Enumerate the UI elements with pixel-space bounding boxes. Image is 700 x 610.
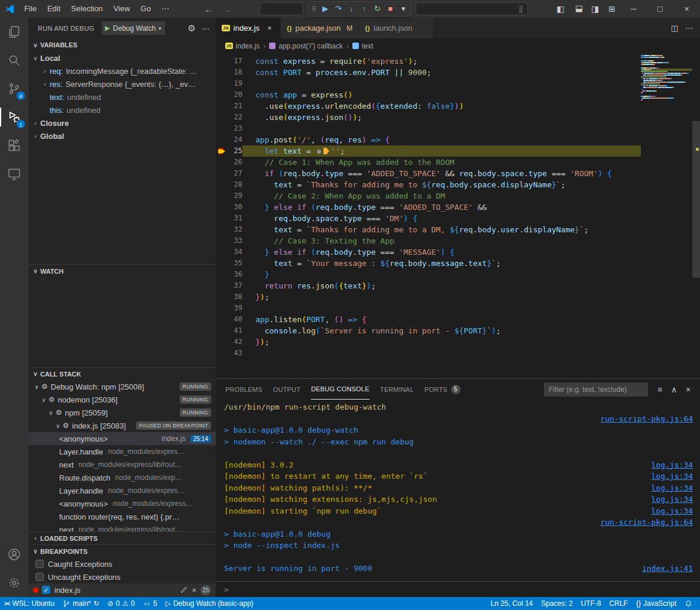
code-text[interactable]: return res.json({text});: [242, 280, 641, 291]
menu-view[interactable]: View: [108, 0, 135, 18]
breakpoint-gutter[interactable]: [216, 336, 226, 348]
cursor-position[interactable]: Ln 25, Col 14: [487, 597, 537, 610]
console-source-link[interactable]: log.js:34: [652, 459, 693, 471]
close-tab-icon[interactable]: ×: [265, 24, 274, 33]
panel-tab-ports[interactable]: PORTS5: [424, 379, 461, 400]
breakpoint-gutter[interactable]: [216, 280, 226, 291]
breakpoint-gutter[interactable]: [216, 179, 226, 190]
breakpoint-gutter[interactable]: [216, 348, 226, 359]
maximize-panel-icon[interactable]: ∧: [667, 385, 681, 394]
code-text[interactable]: const express = require('express');: [242, 56, 641, 67]
call-stack-frame[interactable]: function router(req, res, next) {.pr…: [28, 510, 216, 523]
activity-source-control[interactable]: 4: [0, 74, 28, 103]
maximize-button[interactable]: □: [647, 0, 673, 18]
breakpoint-gutter[interactable]: [216, 224, 226, 235]
call-stack-frame[interactable]: nextnode_modules/express/lib/rout…: [28, 523, 216, 531]
variable-row[interactable]: ›req:IncomingMessage {_readableState: …: [28, 64, 216, 77]
debug-step-out-button[interactable]: ↑: [358, 2, 371, 16]
breadcrumb-item[interactable]: app.post('/') callback: [269, 42, 343, 50]
breadcrumb-item[interactable]: JSindex.js: [225, 42, 260, 50]
variable-row[interactable]: text:undefined: [28, 90, 216, 103]
chevron-down-icon[interactable]: ∨: [32, 384, 41, 390]
console-source-link[interactable]: log.js:34: [652, 494, 693, 505]
scope-row[interactable]: ›Closure: [28, 116, 216, 129]
menu-selection[interactable]: Selection: [66, 0, 108, 18]
loaded-scripts-section-header[interactable]: › LOADED SCRIPTS: [28, 531, 216, 544]
activity-search[interactable]: [0, 46, 28, 74]
tab-package.json[interactable]: {}package.jsonM: [281, 18, 359, 38]
menu-edit[interactable]: Edit: [42, 0, 66, 18]
activity-remote-explorer[interactable]: [0, 160, 28, 188]
breakpoint-gutter[interactable]: [216, 258, 226, 269]
watch-section-header[interactable]: ∨ WATCH: [28, 264, 216, 277]
breakpoint-gutter[interactable]: [216, 291, 226, 303]
console-source-link[interactable]: log.js:34: [652, 482, 693, 494]
menu-more-icon[interactable]: ⋯: [156, 0, 174, 18]
customize-layout-icon[interactable]: ⊞: [604, 4, 620, 14]
activity-explorer[interactable]: [0, 18, 28, 46]
close-panel-icon[interactable]: ×: [681, 385, 695, 394]
minimap[interactable]: [641, 54, 692, 102]
breakpoint-gutter[interactable]: [216, 67, 226, 78]
git-branch-item[interactable]: main* ↻: [59, 597, 103, 610]
breakpoint-row[interactable]: Uncaught Exceptions: [28, 570, 216, 583]
call-stack-frame[interactable]: Route.dispatchnode_modules/exp…: [28, 471, 216, 484]
code-text[interactable]: // Case 1: When App was added to the ROO…: [242, 157, 641, 168]
variable-row[interactable]: ›res:ServerResponse {_events: {…}, _ev…: [28, 77, 216, 90]
indentation-item[interactable]: Spaces: 2: [537, 597, 576, 610]
chevron-down-icon[interactable]: ∨: [31, 55, 40, 61]
menu-go[interactable]: Go: [135, 0, 156, 18]
debug-step-into-button[interactable]: ↓: [345, 2, 358, 16]
code-text[interactable]: text = `Thanks for adding me to ${req.bo…: [242, 179, 641, 190]
call-stack-frame[interactable]: nextnode_modules/express/lib/rout…: [28, 458, 216, 471]
console-source-link[interactable]: run-script-pkg.js:64: [600, 413, 693, 425]
edit-breakpoint-icon[interactable]: [180, 586, 187, 593]
panel-tab-output[interactable]: OUTPUT: [273, 379, 300, 400]
language-item[interactable]: {} JavaScript: [632, 597, 680, 610]
call-stack-session[interactable]: ∨⚙npm [25059]RUNNING: [28, 406, 216, 419]
variables-section-header[interactable]: ∨ VARIABLES: [28, 38, 216, 51]
panel-tab-debug-console[interactable]: DEBUG CONSOLE: [311, 379, 370, 400]
breakpoint-gutter[interactable]: [216, 213, 226, 224]
chevron-down-icon[interactable]: ∨: [53, 423, 63, 429]
call-stack-frame[interactable]: <anonymous>node_modules/express…: [28, 497, 216, 510]
scope-row[interactable]: ∨Local: [28, 51, 216, 64]
code-text[interactable]: const app = express(): [242, 89, 641, 100]
code-text[interactable]: let text = '';: [242, 145, 641, 157]
debug-continue-button[interactable]: ▶: [319, 2, 332, 16]
ports-item[interactable]: 5: [139, 597, 161, 610]
toggle-panel-icon[interactable]: ◧: [573, 0, 582, 17]
breakpoint-gutter[interactable]: [216, 168, 226, 179]
activity-settings[interactable]: [0, 569, 28, 597]
code-text[interactable]: app.post('/', (req, res) => {: [242, 134, 641, 145]
breakpoint-gutter[interactable]: [216, 246, 226, 258]
breadcrumb-item[interactable]: text: [352, 42, 373, 50]
encoding-item[interactable]: UTF-8: [577, 597, 605, 610]
code-text[interactable]: // Case 3: Texting the App: [242, 235, 641, 246]
breakpoints-section-header[interactable]: ∨ BREAKPOINTS: [28, 544, 216, 557]
breakpoint-gutter[interactable]: [216, 56, 226, 67]
search-box-left[interactable]: [260, 2, 303, 15]
sync-icon[interactable]: ↻: [93, 599, 99, 608]
code-text[interactable]: } else if (req.body.type === 'MESSAGE') …: [242, 246, 641, 258]
command-center[interactable]: j]: [416, 2, 528, 15]
code-text[interactable]: } else if (req.body.type === 'ADDED_TO_S…: [242, 202, 641, 213]
menu-file[interactable]: File: [19, 0, 42, 18]
tab-index.js[interactable]: JSindex.js×: [216, 18, 281, 38]
breakpoint-row[interactable]: Caught Exceptions: [28, 557, 216, 570]
console-source-link[interactable]: run-script-pkg.js:64: [600, 517, 693, 528]
nav-forward-icon[interactable]: →: [218, 4, 236, 14]
breakpoint-gutter[interactable]: [216, 157, 226, 168]
code-text[interactable]: if (req.body.type === 'ADDED_TO_SPACE' &…: [242, 168, 641, 179]
breakpoint-gutter[interactable]: [216, 202, 226, 213]
console-filter-input[interactable]: [544, 382, 648, 397]
breakpoint-gutter[interactable]: [216, 123, 226, 134]
console-filter-icon[interactable]: ≡: [653, 385, 667, 394]
breakpoint-checkbox[interactable]: [35, 573, 44, 581]
breakpoint-gutter[interactable]: [216, 145, 226, 157]
code-text[interactable]: }: [242, 269, 641, 280]
eol-item[interactable]: CRLF: [605, 597, 632, 610]
editor-more-actions-icon[interactable]: ⋯: [685, 24, 693, 33]
code-text[interactable]: [242, 123, 641, 134]
panel-tab-terminal[interactable]: TERMINAL: [380, 379, 414, 400]
